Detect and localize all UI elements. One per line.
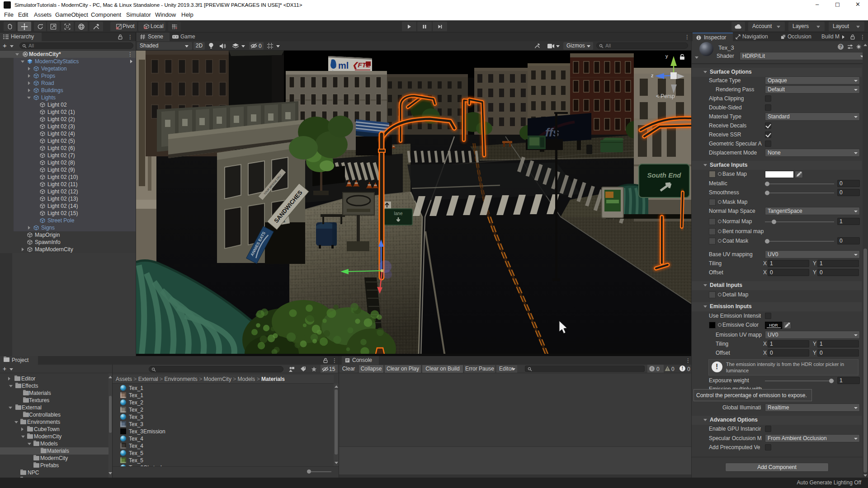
svg-text:z: z (651, 73, 654, 78)
svg-text:< Persp: < Persp (656, 93, 675, 99)
svg-text:y: y (665, 53, 668, 59)
